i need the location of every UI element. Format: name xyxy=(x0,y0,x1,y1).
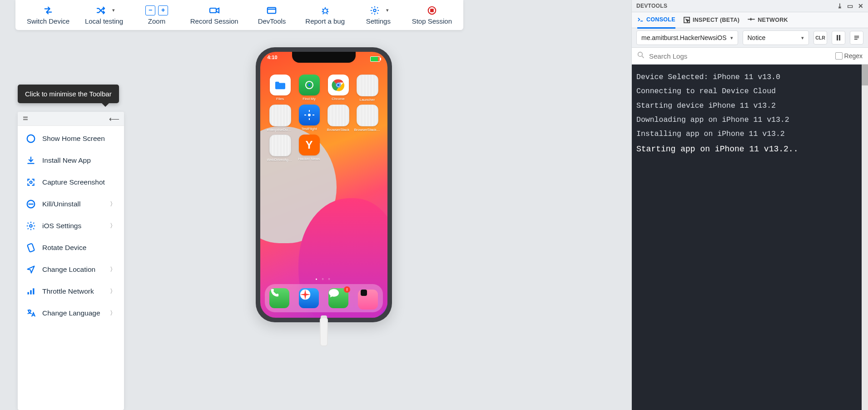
app-find-my[interactable]: Find My xyxy=(295,75,324,102)
app-label: BrowserStack xyxy=(327,128,349,132)
app-browserstackui-[interactable]: BrowserStackUI... xyxy=(353,105,382,132)
close-icon[interactable]: ✕ xyxy=(858,2,863,10)
process-dropdown[interactable]: me.amitburst.HackerNewsiOS ▾ xyxy=(636,30,738,45)
popout-icon[interactable]: ▭ xyxy=(847,2,853,10)
pause-button[interactable] xyxy=(832,31,845,45)
app-label: WebDriverAgen... xyxy=(267,158,293,162)
svg-point-21 xyxy=(337,84,339,86)
home-apps-grid: FilesFind MyChromeLauncherenterpriseDumm… xyxy=(260,75,387,162)
minimise-toolbar-tooltip: Click to minimise the Toolbar xyxy=(18,85,119,103)
devtools-header: DEVTOOLS ⤓ ▭ ✕ xyxy=(632,0,868,12)
tab-inspect[interactable]: INSPECT (BETA) xyxy=(684,12,739,28)
tab-label: INSPECT (BETA) xyxy=(693,17,739,23)
regex-label: Regex xyxy=(844,52,863,60)
app-label: Hacker News xyxy=(298,157,320,161)
console-line: Connecting to real Device Cloud xyxy=(636,84,863,98)
tab-label: CONSOLE xyxy=(646,16,675,23)
chevron-down-icon: ▾ xyxy=(801,35,804,41)
svg-rect-26 xyxy=(839,35,840,40)
scrollbar-thumb[interactable] xyxy=(862,65,868,85)
status-time: 4:10 xyxy=(268,55,278,64)
app-label: Launcher xyxy=(360,98,375,102)
console-line: Installing app on iPhone 11 v13.2 xyxy=(636,127,863,141)
svg-rect-25 xyxy=(837,35,838,40)
search-logs-input[interactable] xyxy=(648,52,832,60)
devtools-panel: DEVTOOLS ⤓ ▭ ✕ CONSOLE INSPECT (BETA) NE… xyxy=(631,0,868,410)
clear-button[interactable]: CLR xyxy=(813,31,827,45)
svg-point-17 xyxy=(308,84,310,86)
svg-point-27 xyxy=(638,52,643,57)
chevron-down-icon: ▾ xyxy=(730,35,733,41)
app-webdriveragen-[interactable]: WebDriverAgen... xyxy=(266,135,295,162)
app-launcher[interactable]: Launcher xyxy=(353,75,382,102)
dock-app-phone[interactable] xyxy=(269,288,289,308)
devtools-tabs: CONSOLE INSPECT (BETA) NETWORK xyxy=(632,12,868,28)
dropdown-value: me.amitburst.HackerNewsiOS xyxy=(641,34,727,41)
page-indicator: ● ○ ○ xyxy=(260,277,387,280)
app-chrome[interactable]: Chrome xyxy=(324,75,353,102)
device-stage: 4:10 FilesFind MyChromeLauncherenterpris… xyxy=(15,0,632,410)
app-label: BrowserStackUI... xyxy=(354,128,381,132)
app-label: Find My xyxy=(303,97,315,101)
dropdown-value: Notice xyxy=(748,34,798,41)
checkbox-icon[interactable] xyxy=(835,52,843,60)
dock-app-blankpink[interactable] xyxy=(358,287,378,310)
search-icon xyxy=(637,51,645,60)
tab-label: NETWORK xyxy=(758,17,788,23)
download-icon[interactable]: ⤓ xyxy=(837,2,843,10)
dock-app-messages[interactable]: ! xyxy=(328,288,348,308)
app-hacker-news[interactable]: YHacker News xyxy=(295,135,324,162)
console-output: Device Selected: iPhone 11 v13.0Connecti… xyxy=(632,65,868,410)
devtools-controls: me.amitburst.HackerNewsiOS ▾ Notice ▾ CL… xyxy=(632,28,868,47)
device-cable xyxy=(321,318,327,345)
dock-app-safari[interactable] xyxy=(299,288,319,308)
app-label: TestFlight xyxy=(301,127,317,131)
log-level-dropdown[interactable]: Notice ▾ xyxy=(743,30,809,45)
console-line: Starting device iPhone 11 v13.2 xyxy=(636,99,863,113)
device-screen[interactable]: 4:10 FilesFind MyChromeLauncherenterpris… xyxy=(260,52,387,318)
device-frame: 4:10 FilesFind MyChromeLauncherenterpris… xyxy=(256,47,392,322)
badge: ! xyxy=(344,286,350,293)
console-line: Starting app on iPhone 11 v13.2.. xyxy=(636,141,863,157)
app-label: enterpriseDummy xyxy=(267,128,293,132)
console-line: Downloading app on iPhone 11 v13.2 xyxy=(636,113,863,127)
dock: ! xyxy=(265,284,383,312)
console-line: Device Selected: iPhone 11 v13.0 xyxy=(636,70,863,84)
regex-toggle[interactable]: Regex xyxy=(835,52,863,60)
svg-point-22 xyxy=(308,114,311,116)
devtools-title: DEVTOOLS xyxy=(636,3,667,9)
app-files[interactable]: Files xyxy=(266,75,295,102)
tab-network[interactable]: NETWORK xyxy=(748,12,788,28)
wrap-button[interactable] xyxy=(850,31,863,45)
app-label: Files xyxy=(276,97,284,101)
console-scrollbar[interactable] xyxy=(862,65,868,410)
tab-console[interactable]: CONSOLE xyxy=(637,12,675,29)
app-browserstack[interactable]: BrowserStack xyxy=(324,105,353,132)
app-label: Chrome xyxy=(332,97,344,101)
devtools-search: Regex xyxy=(632,47,868,65)
app-enterprisedummy[interactable]: enterpriseDummy xyxy=(266,105,295,132)
status-battery xyxy=(370,55,380,64)
app-testflight[interactable]: TestFlight xyxy=(295,105,324,132)
device-notch xyxy=(292,52,356,63)
